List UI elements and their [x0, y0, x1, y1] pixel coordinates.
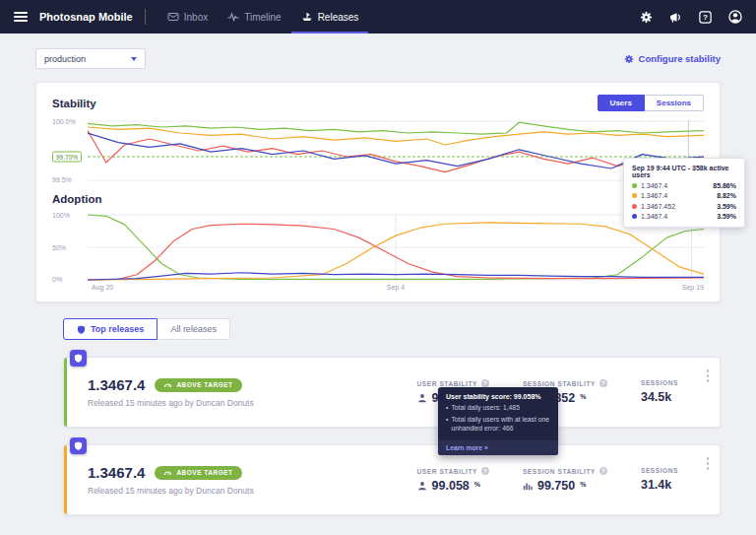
y-tick: 99.5%	[52, 176, 72, 183]
adoption-chart-title: Adoption	[52, 193, 704, 205]
tooltip-row: 1.3467.4 85.86%	[632, 182, 736, 189]
series-dot	[632, 204, 637, 209]
y-tick: 100%	[52, 212, 70, 219]
user-stability-tooltip: User stability score: 99.058% • Total da…	[438, 387, 558, 455]
x-tick: Aug 20	[92, 284, 113, 291]
nav-item-label: Releases	[318, 12, 359, 23]
stability-target-label: 99.70%	[52, 152, 82, 163]
user-avatar-icon[interactable]	[728, 10, 742, 24]
above-target-badge: Above target	[155, 378, 241, 392]
nav-item-inbox[interactable]: Inbox	[158, 0, 218, 33]
chart-hover-tooltip: Sep 19 9:44 UTC - 358k active users 1.34…	[623, 158, 745, 228]
percent-unit: %	[474, 481, 480, 488]
series-value: 3.59%	[717, 213, 736, 220]
releases-page: production Configure stability Stability	[0, 48, 756, 515]
adoption-line-chart[interactable]	[88, 214, 704, 281]
stability-line-chart[interactable]	[88, 120, 704, 181]
gauge-icon	[163, 381, 172, 389]
user-icon	[417, 393, 427, 403]
info-icon[interactable]: ?	[481, 379, 489, 387]
percent-unit: %	[580, 393, 586, 400]
tab-top-releases[interactable]: Top releases	[63, 318, 158, 340]
nav-divider	[145, 9, 146, 25]
stability-adoption-panel: Stability Users Sessions 100.0% 99.70% 9…	[35, 82, 721, 302]
tab-label: All releases	[170, 324, 217, 334]
adoption-chart-block: 100% 50% 0%	[52, 214, 704, 281]
release-card-2[interactable]: 1.3467.4 Above target Released 15 minute…	[63, 444, 721, 515]
above-target-label: Above target	[176, 469, 232, 476]
hamburger-menu-icon[interactable]	[14, 0, 28, 33]
tooltip-title: Sep 19 9:44 UTC - 358k active users	[632, 165, 736, 178]
overflow-menu-icon[interactable]	[705, 455, 712, 472]
user-stability-value: 99.058	[432, 479, 470, 493]
tooltip-row: 1.3467.452 3.59%	[632, 203, 736, 210]
series-version: 1.3467.4	[641, 192, 667, 199]
tab-all-releases[interactable]: All releases	[158, 318, 230, 340]
sessions-stat: Sessions 31.4k	[641, 467, 678, 493]
shield-icon	[74, 354, 83, 363]
above-target-label: Above target	[176, 381, 232, 388]
release-accent-bar	[64, 445, 67, 514]
session-stability-stat: Session stability ? 99.750 %	[523, 467, 607, 493]
announcements-megaphone-icon[interactable]	[669, 11, 682, 24]
series-dot	[632, 183, 637, 188]
info-icon[interactable]: ?	[481, 467, 489, 475]
nav-right-icons: ?	[640, 0, 742, 33]
shield-icon	[74, 441, 83, 450]
toggle-sessions-button[interactable]: Sessions	[645, 95, 704, 111]
series-version: 1.3467.4	[641, 213, 667, 220]
configure-stability-label: Configure stability	[639, 53, 721, 64]
tooltip-bullet: Total daily users: 1,485	[451, 403, 520, 412]
learn-more-link[interactable]: Learn more »	[438, 440, 558, 455]
nav-item-timeline[interactable]: Timeline	[218, 0, 290, 33]
tooltip-row: 1.3467.4 8.82%	[632, 192, 736, 199]
series-value: 85.86%	[713, 182, 736, 189]
y-tick: 50%	[52, 244, 66, 251]
svg-text:?: ?	[703, 13, 708, 22]
tooltip-bullet: Total daily users with at least one unha…	[451, 415, 550, 433]
y-tick: 0%	[52, 276, 62, 283]
user-icon	[417, 481, 427, 491]
release-meta: Released 15 minutes ago by Duncan Donuts	[88, 398, 254, 408]
bars-icon	[523, 481, 533, 491]
overflow-menu-icon[interactable]	[705, 368, 712, 384]
releases-tabs: Top releases All releases	[63, 318, 721, 340]
page-toolbar: production Configure stability	[35, 48, 721, 69]
timeline-pulse-icon	[227, 11, 239, 23]
above-target-badge: Above target	[155, 466, 241, 480]
stability-chart-title: Stability	[52, 98, 96, 109]
settings-gear-icon[interactable]	[640, 11, 653, 24]
y-tick: 100.0%	[52, 118, 76, 125]
user-stability-stat: User stability ? 99.058 %	[417, 467, 489, 493]
users-sessions-toggle: Users Sessions	[598, 95, 704, 111]
stability-y-axis: 100.0% 99.70% 99.5%	[52, 120, 88, 181]
release-card-1[interactable]: 1.3467.4 Above target Released 15 minute…	[63, 357, 721, 428]
nav-item-releases[interactable]: Releases	[291, 0, 369, 33]
release-stats: User stability ? 99.058 % Session stabil…	[417, 467, 678, 493]
top-nav: Photosnap Mobile Inbox Timeline Releases	[0, 0, 756, 33]
user-stability-label: User stability	[417, 468, 477, 475]
info-icon[interactable]: ?	[599, 467, 607, 475]
x-tick: Sep 4	[387, 284, 405, 291]
info-icon[interactable]: ?	[599, 379, 607, 387]
configure-stability-link[interactable]: Configure stability	[624, 53, 721, 64]
sessions-value: 34.5k	[641, 390, 671, 404]
environment-select[interactable]: production	[35, 48, 146, 69]
series-version: 1.3467.452	[641, 203, 675, 210]
series-dot	[632, 193, 637, 198]
tooltip-title: User stability score: 99.058%	[446, 393, 550, 400]
release-accent-bar	[64, 358, 67, 427]
help-icon[interactable]: ?	[699, 11, 712, 24]
adoption-y-axis: 100% 50% 0%	[52, 214, 88, 281]
nav-item-label: Inbox	[184, 12, 208, 23]
percent-unit: %	[580, 481, 586, 488]
toggle-users-button[interactable]: Users	[598, 95, 645, 111]
environment-select-value: production	[44, 54, 86, 64]
app-title: Photosnap Mobile	[39, 0, 133, 33]
release-meta: Released 15 minutes ago by Duncan Donuts	[88, 486, 254, 496]
session-stability-label: Session stability	[523, 468, 596, 475]
sessions-label: Sessions	[641, 467, 678, 474]
release-shield-badge	[70, 350, 87, 367]
sessions-label: Sessions	[641, 379, 678, 386]
series-version: 1.3467.4	[641, 182, 667, 189]
